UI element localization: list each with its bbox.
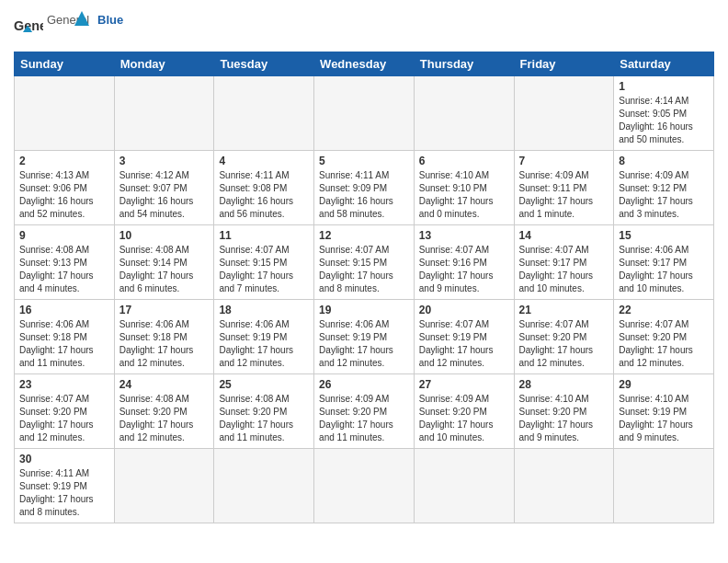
day-number: 22 bbox=[619, 304, 709, 316]
calendar-cell: 7Sunrise: 4:09 AM Sunset: 9:11 PM Daylig… bbox=[514, 151, 614, 225]
day-number: 13 bbox=[419, 229, 509, 242]
day-info: Sunrise: 4:06 AM Sunset: 9:18 PM Dayligh… bbox=[119, 318, 210, 370]
day-info: Sunrise: 4:11 AM Sunset: 9:09 PM Dayligh… bbox=[319, 169, 409, 221]
day-info: Sunrise: 4:06 AM Sunset: 9:19 PM Dayligh… bbox=[319, 318, 409, 370]
calendar-cell bbox=[15, 76, 115, 151]
calendar-cell bbox=[114, 76, 214, 151]
page-header: General General Blue bbox=[14, 9, 714, 48]
calendar-cell: 30Sunrise: 4:11 AM Sunset: 9:19 PM Dayli… bbox=[15, 449, 115, 523]
svg-text:Blue: Blue bbox=[97, 13, 123, 27]
day-info: Sunrise: 4:14 AM Sunset: 9:05 PM Dayligh… bbox=[619, 95, 709, 146]
calendar-cell: 3Sunrise: 4:12 AM Sunset: 9:07 PM Daylig… bbox=[114, 151, 214, 225]
day-header-monday: Monday bbox=[114, 52, 214, 76]
day-header-thursday: Thursday bbox=[414, 52, 514, 76]
day-info: Sunrise: 4:09 AM Sunset: 9:20 PM Dayligh… bbox=[319, 393, 409, 444]
calendar-cell: 9Sunrise: 4:08 AM Sunset: 9:13 PM Daylig… bbox=[15, 225, 115, 300]
day-number: 18 bbox=[219, 304, 309, 316]
day-number: 21 bbox=[519, 304, 609, 316]
calendar-week-row: 30Sunrise: 4:11 AM Sunset: 9:19 PM Dayli… bbox=[15, 449, 714, 523]
day-number: 14 bbox=[519, 229, 609, 242]
day-info: Sunrise: 4:11 AM Sunset: 9:19 PM Dayligh… bbox=[19, 467, 109, 519]
calendar-cell: 28Sunrise: 4:10 AM Sunset: 9:20 PM Dayli… bbox=[514, 374, 614, 449]
day-header-saturday: Saturday bbox=[614, 52, 714, 76]
day-info: Sunrise: 4:08 AM Sunset: 9:13 PM Dayligh… bbox=[19, 244, 109, 295]
day-info: Sunrise: 4:09 AM Sunset: 9:20 PM Dayligh… bbox=[419, 393, 509, 444]
calendar-cell: 6Sunrise: 4:10 AM Sunset: 9:10 PM Daylig… bbox=[414, 151, 514, 225]
calendar-cell: 14Sunrise: 4:07 AM Sunset: 9:17 PM Dayli… bbox=[514, 225, 614, 300]
calendar-cell: 2Sunrise: 4:13 AM Sunset: 9:06 PM Daylig… bbox=[15, 151, 115, 225]
calendar-cell bbox=[314, 449, 415, 523]
day-number: 5 bbox=[319, 155, 409, 167]
day-number: 16 bbox=[19, 304, 109, 316]
day-info: Sunrise: 4:10 AM Sunset: 9:10 PM Dayligh… bbox=[419, 169, 509, 221]
day-info: Sunrise: 4:07 AM Sunset: 9:20 PM Dayligh… bbox=[19, 393, 109, 444]
day-info: Sunrise: 4:12 AM Sunset: 9:07 PM Dayligh… bbox=[119, 169, 210, 221]
day-info: Sunrise: 4:08 AM Sunset: 9:20 PM Dayligh… bbox=[219, 393, 309, 444]
day-number: 12 bbox=[319, 229, 409, 242]
day-number: 29 bbox=[619, 378, 709, 391]
calendar-week-row: 2Sunrise: 4:13 AM Sunset: 9:06 PM Daylig… bbox=[15, 151, 714, 225]
day-info: Sunrise: 4:13 AM Sunset: 9:06 PM Dayligh… bbox=[19, 169, 109, 221]
day-info: Sunrise: 4:09 AM Sunset: 9:12 PM Dayligh… bbox=[619, 169, 709, 221]
day-number: 15 bbox=[619, 229, 709, 242]
calendar-week-row: 23Sunrise: 4:07 AM Sunset: 9:20 PM Dayli… bbox=[15, 374, 714, 449]
day-number: 19 bbox=[319, 304, 409, 316]
day-number: 8 bbox=[619, 155, 709, 167]
day-info: Sunrise: 4:06 AM Sunset: 9:17 PM Dayligh… bbox=[619, 244, 709, 295]
calendar-cell bbox=[114, 449, 214, 523]
day-number: 6 bbox=[419, 155, 509, 167]
day-number: 10 bbox=[119, 229, 210, 242]
calendar-cell: 22Sunrise: 4:07 AM Sunset: 9:20 PM Dayli… bbox=[614, 300, 714, 374]
calendar-cell: 20Sunrise: 4:07 AM Sunset: 9:19 PM Dayli… bbox=[414, 300, 514, 374]
calendar-cell: 17Sunrise: 4:06 AM Sunset: 9:18 PM Dayli… bbox=[114, 300, 214, 374]
calendar-cell: 11Sunrise: 4:07 AM Sunset: 9:15 PM Dayli… bbox=[214, 225, 314, 300]
day-info: Sunrise: 4:07 AM Sunset: 9:19 PM Dayligh… bbox=[419, 318, 509, 370]
day-number: 2 bbox=[19, 155, 109, 167]
calendar-cell: 29Sunrise: 4:10 AM Sunset: 9:19 PM Dayli… bbox=[614, 374, 714, 449]
day-number: 28 bbox=[519, 378, 609, 391]
calendar-cell: 4Sunrise: 4:11 AM Sunset: 9:08 PM Daylig… bbox=[214, 151, 314, 225]
day-info: Sunrise: 4:07 AM Sunset: 9:20 PM Dayligh… bbox=[519, 318, 609, 370]
day-number: 26 bbox=[319, 378, 409, 391]
calendar-cell: 16Sunrise: 4:06 AM Sunset: 9:18 PM Dayli… bbox=[15, 300, 115, 374]
day-info: Sunrise: 4:10 AM Sunset: 9:19 PM Dayligh… bbox=[619, 393, 709, 444]
calendar-cell bbox=[514, 449, 614, 523]
calendar-table: SundayMondayTuesdayWednesdayThursdayFrid… bbox=[14, 52, 714, 523]
day-info: Sunrise: 4:07 AM Sunset: 9:17 PM Dayligh… bbox=[519, 244, 609, 295]
calendar-cell: 21Sunrise: 4:07 AM Sunset: 9:20 PM Dayli… bbox=[514, 300, 614, 374]
day-number: 4 bbox=[219, 155, 309, 167]
day-number: 23 bbox=[19, 378, 109, 391]
day-info: Sunrise: 4:07 AM Sunset: 9:15 PM Dayligh… bbox=[319, 244, 409, 295]
logo-icon: General bbox=[14, 16, 43, 41]
calendar-cell: 19Sunrise: 4:06 AM Sunset: 9:19 PM Dayli… bbox=[314, 300, 415, 374]
calendar-week-row: 9Sunrise: 4:08 AM Sunset: 9:13 PM Daylig… bbox=[15, 225, 714, 300]
calendar-cell: 25Sunrise: 4:08 AM Sunset: 9:20 PM Dayli… bbox=[214, 374, 314, 449]
calendar-header-row: SundayMondayTuesdayWednesdayThursdayFrid… bbox=[15, 52, 714, 76]
calendar-cell bbox=[514, 76, 614, 151]
calendar-cell: 1Sunrise: 4:14 AM Sunset: 9:05 PM Daylig… bbox=[614, 76, 714, 151]
day-number: 27 bbox=[419, 378, 509, 391]
day-header-friday: Friday bbox=[514, 52, 614, 76]
generalblue-logo: General Blue bbox=[47, 9, 130, 44]
day-header-wednesday: Wednesday bbox=[314, 52, 415, 76]
calendar-cell: 15Sunrise: 4:06 AM Sunset: 9:17 PM Dayli… bbox=[614, 225, 714, 300]
calendar-cell: 10Sunrise: 4:08 AM Sunset: 9:14 PM Dayli… bbox=[114, 225, 214, 300]
day-info: Sunrise: 4:06 AM Sunset: 9:19 PM Dayligh… bbox=[219, 318, 309, 370]
day-info: Sunrise: 4:07 AM Sunset: 9:16 PM Dayligh… bbox=[419, 244, 509, 295]
day-number: 25 bbox=[219, 378, 309, 391]
day-number: 1 bbox=[619, 80, 709, 93]
calendar-cell: 18Sunrise: 4:06 AM Sunset: 9:19 PM Dayli… bbox=[214, 300, 314, 374]
calendar-cell bbox=[314, 76, 415, 151]
calendar-cell bbox=[214, 449, 314, 523]
calendar-week-row: 1Sunrise: 4:14 AM Sunset: 9:05 PM Daylig… bbox=[15, 76, 714, 151]
day-number: 24 bbox=[119, 378, 210, 391]
day-number: 9 bbox=[19, 229, 109, 242]
calendar-cell bbox=[614, 449, 714, 523]
logo: General General Blue bbox=[14, 9, 130, 48]
calendar-cell: 12Sunrise: 4:07 AM Sunset: 9:15 PM Dayli… bbox=[314, 225, 415, 300]
day-number: 7 bbox=[519, 155, 609, 167]
day-info: Sunrise: 4:08 AM Sunset: 9:14 PM Dayligh… bbox=[119, 244, 210, 295]
day-info: Sunrise: 4:07 AM Sunset: 9:15 PM Dayligh… bbox=[219, 244, 309, 295]
day-info: Sunrise: 4:06 AM Sunset: 9:18 PM Dayligh… bbox=[19, 318, 109, 370]
day-header-sunday: Sunday bbox=[15, 52, 115, 76]
